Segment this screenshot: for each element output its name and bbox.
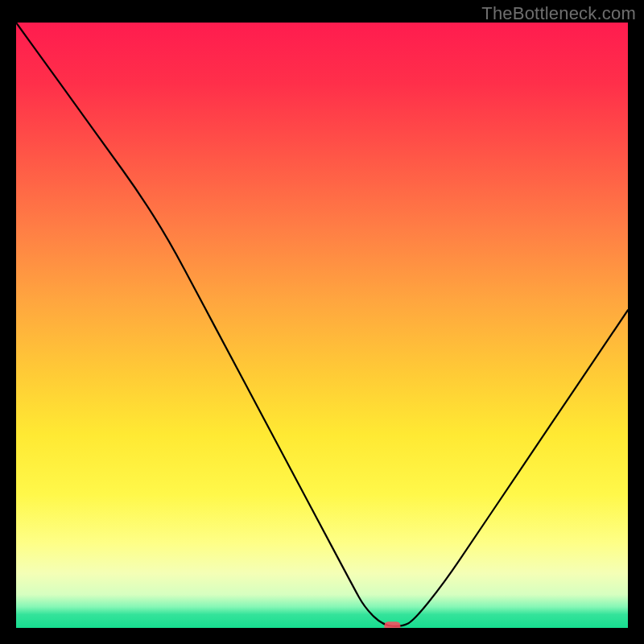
watermark-text: TheBottleneck.com xyxy=(481,3,636,24)
plot-area xyxy=(16,23,628,628)
bottleneck-chart-frame: TheBottleneck.com xyxy=(0,0,644,644)
optimal-marker xyxy=(385,622,400,628)
bottleneck-curve xyxy=(16,23,628,626)
bottleneck-curve-svg xyxy=(16,23,628,628)
